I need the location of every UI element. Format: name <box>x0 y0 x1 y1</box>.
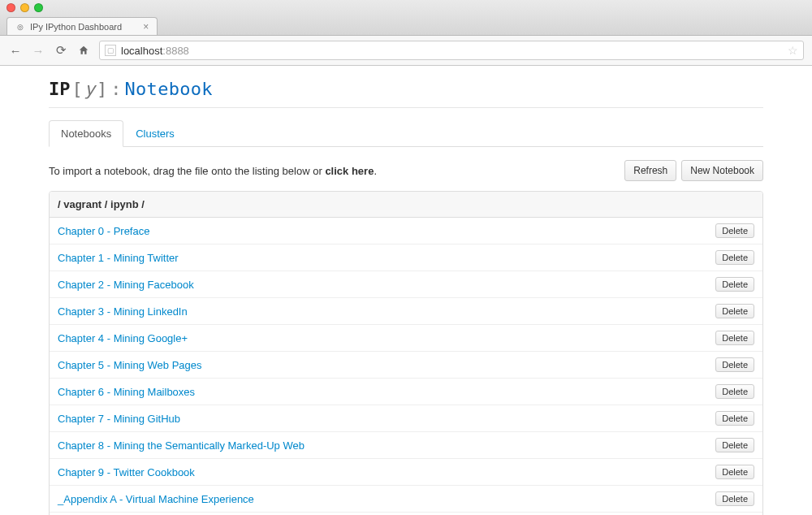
notebook-link[interactable]: Chapter 9 - Twitter Cookbook <box>58 466 195 478</box>
list-item: Chapter 1 - Mining TwitterDelete <box>50 245 762 271</box>
notebook-list-panel: / vagrant / ipynb / Chapter 0 - PrefaceD… <box>49 191 763 515</box>
window-close-icon[interactable] <box>6 3 15 12</box>
list-item: Chapter 6 - Mining MailboxesDelete <box>50 379 762 405</box>
logo-lbracket: [ <box>72 79 83 99</box>
delete-button[interactable]: Delete <box>715 277 754 292</box>
toolbar-row: To import a notebook, drag the file onto… <box>49 160 763 181</box>
browser-tab[interactable]: ◎ IPy IPython Dashboard × <box>6 17 158 35</box>
tab-notebooks[interactable]: Notebooks <box>49 120 123 147</box>
list-item: Chapter 4 - Mining Google+Delete <box>50 325 762 352</box>
divider <box>49 107 763 108</box>
import-text-suffix: . <box>374 165 377 177</box>
logo-colon: : <box>110 79 121 99</box>
notebook-link[interactable]: Chapter 2 - Mining Facebook <box>58 279 194 291</box>
favicon-icon: ◎ <box>15 22 25 32</box>
page-container: IP [ y ] : Notebook NotebooksClusters To… <box>49 66 763 515</box>
logo-notebook: Notebook <box>125 79 213 99</box>
url-host: localhost <box>121 45 162 57</box>
url-bar[interactable]: ▢ localhost :8888 ☆ <box>99 41 804 60</box>
notebook-link[interactable]: Chapter 7 - Mining GitHub <box>58 413 180 425</box>
delete-button[interactable]: Delete <box>715 304 754 318</box>
browser-tab-strip: ◎ IPy IPython Dashboard × <box>0 15 812 35</box>
window-controls <box>0 0 812 15</box>
list-item: Chapter 2 - Mining FacebookDelete <box>50 271 762 298</box>
toolbar-buttons: Refresh New Notebook <box>624 160 763 181</box>
logo-ip: IP <box>49 79 71 99</box>
notebook-link[interactable]: _Appendix A - Virtual Machine Experience <box>58 493 254 505</box>
forward-button[interactable]: → <box>31 44 45 58</box>
delete-button[interactable]: Delete <box>715 331 754 345</box>
delete-button[interactable]: Delete <box>715 411 754 426</box>
notebook-link[interactable]: Chapter 5 - Mining Web Pages <box>58 359 202 371</box>
notebook-list: Chapter 0 - PrefaceDeleteChapter 1 - Min… <box>50 218 762 515</box>
notebook-link[interactable]: Chapter 3 - Mining LinkedIn <box>58 305 188 318</box>
browser-tab-title: IPy IPython Dashboard <box>30 22 122 32</box>
notebook-link[interactable]: Chapter 6 - Mining Mailboxes <box>58 386 195 398</box>
notebook-link[interactable]: Chapter 4 - Mining Google+ <box>58 332 188 344</box>
delete-button[interactable]: Delete <box>715 465 754 479</box>
list-item: Chapter 9 - Twitter CookbookDelete <box>50 459 762 486</box>
delete-button[interactable]: Delete <box>715 250 754 265</box>
notebook-link[interactable]: Chapter 0 - Preface <box>58 225 149 237</box>
back-button[interactable]: ← <box>8 44 23 58</box>
browser-nav-bar: ← → ⟳ ▢ localhost :8888 ☆ <box>0 36 812 66</box>
list-item: Chapter 7 - Mining GitHubDelete <box>50 405 762 432</box>
logo-rbracket: ] <box>97 79 107 99</box>
main-tabs: NotebooksClusters <box>49 119 763 147</box>
bookmark-star-icon[interactable]: ☆ <box>788 44 798 57</box>
delete-button[interactable]: Delete <box>715 384 754 399</box>
notebook-link[interactable]: Chapter 8 - Mining the Semantically Mark… <box>58 439 304 452</box>
breadcrumb: / vagrant / ipynb / <box>50 192 762 218</box>
home-button[interactable] <box>76 45 91 56</box>
url-port: :8888 <box>162 45 189 57</box>
list-item: Chapter 0 - PrefaceDelete <box>50 218 762 245</box>
window-minimize-icon[interactable] <box>20 3 29 12</box>
delete-button[interactable]: Delete <box>715 223 754 238</box>
delete-button[interactable]: Delete <box>715 491 754 506</box>
refresh-button[interactable]: Refresh <box>624 160 676 181</box>
reload-button[interactable]: ⟳ <box>54 43 68 58</box>
list-item: Chapter 5 - Mining Web PagesDelete <box>50 352 762 379</box>
import-text-prefix: To import a notebook, drag the file onto… <box>49 165 325 177</box>
logo-row: IP [ y ] : Notebook <box>49 76 763 107</box>
window-zoom-icon[interactable] <box>34 3 43 12</box>
list-item: Chapter 8 - Mining the Semantically Mark… <box>50 432 762 459</box>
ipython-logo[interactable]: IP [ y ] : Notebook <box>49 79 763 99</box>
browser-chrome: ◎ IPy IPython Dashboard × <box>0 0 812 36</box>
delete-button[interactable]: Delete <box>715 357 754 372</box>
list-item: _Appendix A - Virtual Machine Experience… <box>50 486 762 513</box>
list-item: Chapter 3 - Mining LinkedInDelete <box>50 298 762 325</box>
import-instructions: To import a notebook, drag the file onto… <box>49 165 377 177</box>
tab-close-icon[interactable]: × <box>143 22 149 32</box>
page-icon: ▢ <box>105 45 116 56</box>
logo-y: y <box>84 79 95 99</box>
delete-button[interactable]: Delete <box>715 438 754 452</box>
tab-clusters[interactable]: Clusters <box>123 120 187 147</box>
home-icon <box>78 45 89 56</box>
import-click-here-link[interactable]: click here <box>325 165 374 177</box>
new-notebook-button[interactable]: New Notebook <box>681 160 763 181</box>
notebook-link[interactable]: Chapter 1 - Mining Twitter <box>58 252 179 264</box>
